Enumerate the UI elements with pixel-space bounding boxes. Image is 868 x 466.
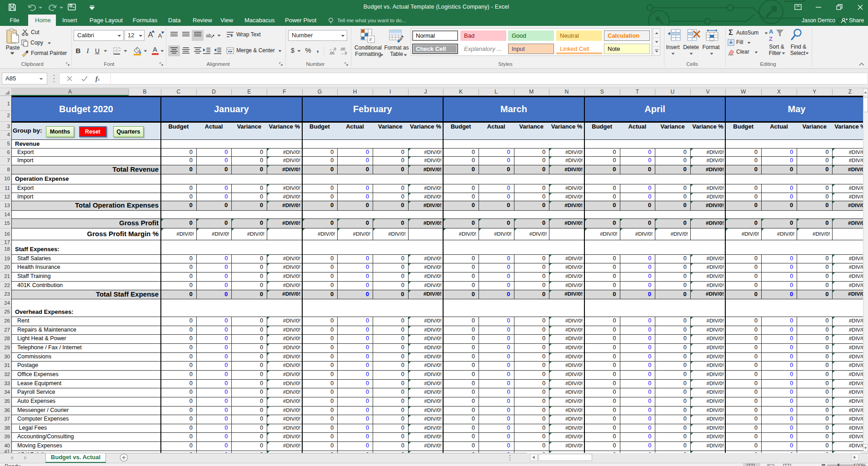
svg-text:≠: ≠ — [369, 36, 372, 43]
svg-text:→.0: →.0 — [340, 51, 347, 55]
svg-text:A: A — [769, 28, 773, 35]
svg-text:.00: .00 — [329, 51, 334, 55]
svg-text:Z: Z — [769, 35, 773, 42]
svg-text:ab: ab — [206, 33, 211, 38]
